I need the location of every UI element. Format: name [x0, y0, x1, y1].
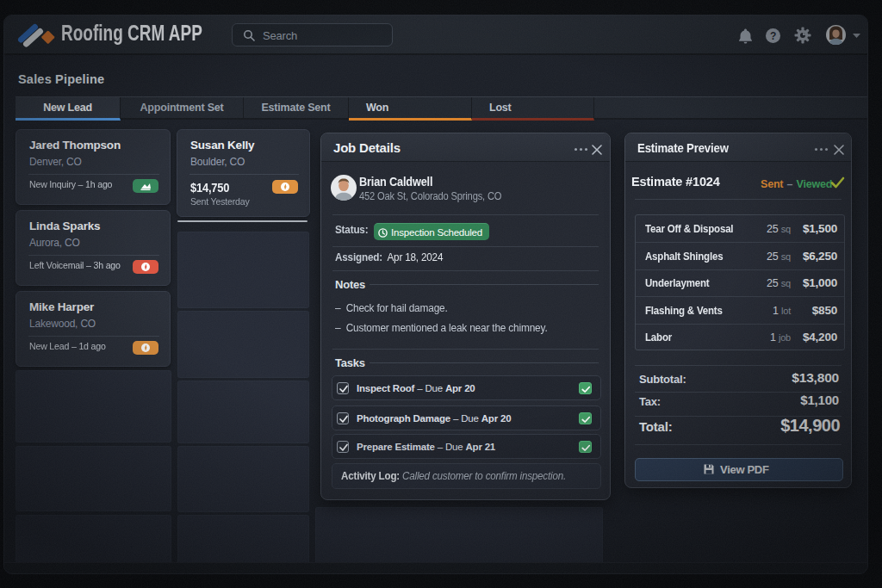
svg-text:?: ?: [770, 30, 776, 42]
